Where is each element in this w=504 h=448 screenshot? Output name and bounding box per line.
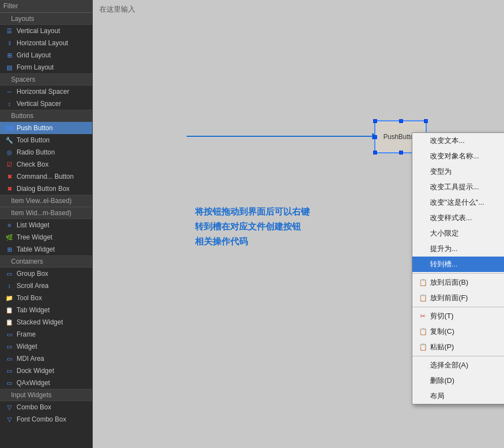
ctx-delete[interactable]: 删除(D) xyxy=(412,373,504,388)
sidebar-item-frame[interactable]: ▭ Frame xyxy=(0,328,92,340)
mdi-area-icon: ▭ xyxy=(4,354,14,363)
sidebar-item-tool-button[interactable]: 🔧 Tool Button xyxy=(0,134,92,146)
sidebar-item-widget[interactable]: ▭ Widget xyxy=(0,340,92,353)
sidebar-item-form-layout[interactable]: ▤ Form Layout xyxy=(0,61,92,73)
sidebar-item-group-box[interactable]: ▭ Group Box xyxy=(0,268,92,280)
main-canvas[interactable]: 在这里输入 将按钮拖动到界面后可以右键 转到槽在对应文件创建按钮 相关操作代码 … xyxy=(93,0,504,448)
sidebar-item-command-button[interactable]: ✖ Command... Button xyxy=(0,170,92,183)
sidebar-item-dock-widget[interactable]: ▭ Dock Widget xyxy=(0,365,92,377)
horizontal-spacer-icon: ↔ xyxy=(4,87,14,96)
ctx-bring-to-front[interactable]: 📋放到前面(F) xyxy=(412,290,504,306)
sidebar-item-vertical-spacer[interactable]: ↕ Vertical Spacer xyxy=(0,98,92,110)
sidebar-item-label: Vertical Spacer xyxy=(17,100,61,108)
ctx-change-stylesheet[interactable]: 改变样式表... xyxy=(412,210,504,226)
resize-handle-ml[interactable] xyxy=(373,135,377,139)
sidebar-item-grid-layout[interactable]: ⊞ Grid Layout xyxy=(0,49,92,61)
sidebar-item-label: Group Box xyxy=(17,270,48,278)
ctx-divider-2 xyxy=(412,307,504,307)
sidebar-item-label: Table Widget xyxy=(17,246,55,253)
canvas: 在这里输入 将按钮拖动到界面后可以右键 转到槽在对应文件创建按钮 相关操作代码 … xyxy=(93,0,504,448)
sidebar: Filter Layouts ☰ Vertical Layout ⦀ Horiz… xyxy=(0,0,93,448)
sidebar-item-radio-button[interactable]: ◎ Radio Button xyxy=(0,146,92,158)
sidebar-item-label: Dock Widget xyxy=(17,367,54,375)
command-button-icon: ✖ xyxy=(4,172,14,181)
sidebar-item-combo-box[interactable]: ▽ Combo Box xyxy=(0,401,92,413)
combo-box-icon: ▽ xyxy=(4,403,14,412)
sidebar-item-push-button[interactable]: OK Push Button xyxy=(0,122,92,134)
filter-bar[interactable]: Filter xyxy=(0,0,92,13)
section-containers: Containers xyxy=(0,255,92,268)
sidebar-item-label: Frame xyxy=(17,330,36,338)
ctx-send-to-back[interactable]: 📋放到后面(B) xyxy=(412,275,504,290)
tree-widget-icon: 🌿 xyxy=(4,233,14,242)
tool-box-icon: 📁 xyxy=(4,294,14,302)
radio-button-icon: ◎ xyxy=(4,148,14,157)
dialog-button-icon: ✖ xyxy=(4,184,14,193)
sidebar-item-label: Tool Box xyxy=(17,294,42,302)
ctx-paste[interactable]: 📋粘贴(P) Ctrl+V xyxy=(412,339,504,355)
instruction-line2: 转到槽在对应文件创建按钮 xyxy=(195,219,310,234)
sidebar-item-label: Command... Button xyxy=(17,173,73,180)
ctx-cut[interactable]: ✂剪切(T) Ctrl+X xyxy=(412,308,504,324)
resize-handle-tr[interactable] xyxy=(424,119,428,123)
push-button-icon: OK xyxy=(4,124,14,132)
arrow-indicator xyxy=(187,136,374,137)
grid-layout-icon: ⊞ xyxy=(4,51,14,60)
ctx-goto-slot[interactable]: 转到槽... xyxy=(412,257,504,272)
sidebar-item-label: Tab Widget xyxy=(17,306,50,314)
sidebar-item-vertical-layout[interactable]: ☰ Vertical Layout xyxy=(0,25,92,37)
sidebar-item-label: Form Layout xyxy=(17,63,54,71)
ctx-morph-to[interactable]: 变型为 xyxy=(412,164,504,179)
sidebar-item-mdi-area[interactable]: ▭ MDI Area xyxy=(0,353,92,365)
sidebar-item-check-box[interactable]: ☑ Check Box xyxy=(0,158,92,170)
ctx-copy[interactable]: 📋复制(C) Ctrl+C xyxy=(412,324,504,339)
sidebar-item-scroll-area[interactable]: ↕ Scroll Area xyxy=(0,280,92,292)
tool-button-icon: 🔧 xyxy=(4,136,14,145)
sidebar-item-tool-box[interactable]: 📁 Tool Box xyxy=(0,292,92,304)
vertical-layout-icon: ☰ xyxy=(4,26,14,35)
sidebar-item-qaxwidget[interactable]: ▭ QAxWidget xyxy=(0,377,92,389)
sidebar-item-label: Grid Layout xyxy=(17,51,51,59)
ctx-send-back-icon: 📋 xyxy=(418,279,428,286)
tab-widget-icon: 📋 xyxy=(4,306,14,314)
sidebar-item-horizontal-spacer[interactable]: ↔ Horizontal Spacer xyxy=(0,86,92,98)
section-spacers: Spacers xyxy=(0,73,92,86)
sidebar-item-tab-widget[interactable]: 📋 Tab Widget xyxy=(0,304,92,316)
sidebar-item-stacked-widget[interactable]: 📋 Stacked Widget xyxy=(0,316,92,328)
sidebar-item-font-combo-box[interactable]: ▽ Font Combo Box xyxy=(0,413,92,425)
ctx-promote-to[interactable]: 提升为... xyxy=(412,241,504,257)
sidebar-item-label: Dialog Button Box xyxy=(17,185,70,193)
section-layouts: Layouts xyxy=(0,13,92,25)
sidebar-item-dialog-button-box[interactable]: ✖ Dialog Button Box xyxy=(0,183,92,195)
section-item-widgets: Item Wid...m-Based) xyxy=(0,207,92,219)
sidebar-item-label: List Widget xyxy=(17,221,49,229)
stacked-widget-icon: 📋 xyxy=(4,318,14,327)
ctx-cut-icon: ✂ xyxy=(418,312,428,320)
canvas-hint: 在这里输入 xyxy=(99,4,135,14)
sidebar-item-label: Font Combo Box xyxy=(17,415,66,423)
resize-handle-bl[interactable] xyxy=(373,151,377,154)
context-menu: 改变文本... 改变对象名称... 变型为 改变工具提示... 改变"这是什么"… xyxy=(412,132,504,404)
instruction-text: 将按钮拖动到界面后可以右键 转到槽在对应文件创建按钮 相关操作代码 xyxy=(195,204,310,249)
ctx-select-all[interactable]: 选择全部(A) Ctrl+A xyxy=(412,358,504,373)
ctx-change-text[interactable]: 改变文本... xyxy=(412,133,504,148)
sidebar-item-horizontal-layout[interactable]: ⦀ Horizontal Layout xyxy=(0,37,92,49)
ctx-change-object-name[interactable]: 改变对象名称... xyxy=(412,148,504,164)
sidebar-item-label: Horizontal Spacer xyxy=(17,88,69,95)
frame-icon: ▭ xyxy=(4,330,14,339)
ctx-change-whatsthis[interactable]: 改变"这是什么"... xyxy=(412,195,504,210)
resize-handle-tl[interactable] xyxy=(373,119,377,123)
ctx-paste-icon: 📋 xyxy=(418,343,428,351)
sidebar-item-label: Horizontal Layout xyxy=(17,39,68,47)
sidebar-item-label: MDI Area xyxy=(17,355,44,362)
sidebar-item-tree-widget[interactable]: 🌿 Tree Widget xyxy=(0,231,92,243)
ctx-layout[interactable]: 布局 xyxy=(412,388,504,404)
ctx-divider-1 xyxy=(412,273,504,274)
resize-handle-tm[interactable] xyxy=(399,119,403,123)
sidebar-item-list-widget[interactable]: ≡ List Widget xyxy=(0,219,92,231)
ctx-change-tooltip[interactable]: 改变工具提示... xyxy=(412,179,504,195)
sidebar-item-table-widget[interactable]: ⊞ Table Widget xyxy=(0,243,92,255)
widget-icon: ▭ xyxy=(4,342,14,351)
ctx-size-constraint[interactable]: 大小限定 xyxy=(412,226,504,241)
resize-handle-bm[interactable] xyxy=(399,151,403,154)
